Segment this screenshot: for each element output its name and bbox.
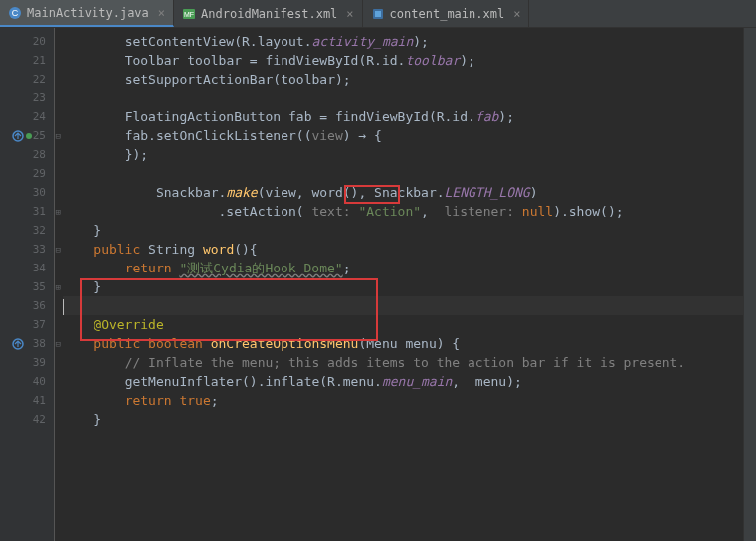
code-line[interactable]: FloatingActionButton fab = findViewById(… [63, 107, 743, 126]
svg-text:C: C [12, 8, 19, 18]
layout-xml-icon [371, 7, 385, 21]
line-number: 39 [0, 353, 54, 372]
tab-content-main[interactable]: content_main.xml × [363, 0, 530, 27]
line-number: 32 [0, 221, 54, 240]
code-line[interactable]: }); [63, 145, 743, 164]
line-number: 37 [0, 315, 54, 334]
override-icon[interactable] [12, 338, 24, 350]
manifest-icon: MF [182, 7, 196, 21]
code-line[interactable]: setSupportActionBar(toolbar); [63, 70, 743, 89]
scrollbar[interactable] [743, 28, 756, 541]
line-number: 35⊞ [0, 277, 54, 296]
line-number: 30 [0, 183, 54, 202]
line-number: 40 [0, 372, 54, 391]
gutter[interactable]: 20 21 22 23 24 25 ⊟ 28 29 30 31⊞ 32 33⊟ … [0, 28, 55, 541]
tabs-bar: C MainActivity.java × MF AndroidManifest… [0, 0, 756, 28]
line-number: 25 ⊟ [0, 126, 54, 145]
code-line[interactable] [63, 164, 743, 183]
line-number: 33⊟ [0, 240, 54, 259]
code-line[interactable]: @Override [63, 315, 743, 334]
line-number: 38 ⊟ [0, 334, 54, 353]
line-number: 21 [0, 51, 54, 70]
code-line[interactable]: return "测试Cydia的Hook Dome"; [63, 259, 743, 277]
code-line[interactable]: .setAction( text: "Action", listener: nu… [63, 202, 743, 221]
tab-main-activity[interactable]: C MainActivity.java × [0, 0, 174, 27]
java-class-icon: C [8, 6, 22, 20]
line-number: 29 [0, 164, 54, 183]
code-line[interactable]: public String word(){ [63, 240, 743, 259]
close-icon[interactable]: × [513, 7, 520, 21]
close-icon[interactable]: × [158, 6, 165, 20]
code-line[interactable]: getMenuInflater().inflate(R.menu.menu_ma… [63, 372, 743, 391]
line-number: 31⊞ [0, 202, 54, 221]
line-number: 24 [0, 107, 54, 126]
tab-label: content_main.xml [390, 7, 505, 21]
code-line[interactable] [63, 89, 743, 107]
line-number: 22 [0, 70, 54, 89]
code-line[interactable]: } [63, 277, 743, 296]
code-line[interactable]: } [63, 410, 743, 429]
run-indicator-icon[interactable] [26, 133, 32, 139]
line-number: 28 [0, 145, 54, 164]
line-number: 23 [0, 89, 54, 107]
editor: 20 21 22 23 24 25 ⊟ 28 29 30 31⊞ 32 33⊟ … [0, 28, 756, 541]
line-number: 20 [0, 32, 54, 51]
line-number: 41 [0, 391, 54, 410]
code-line[interactable] [63, 296, 743, 315]
code-line[interactable]: // Inflate the menu; this adds items to … [63, 353, 743, 372]
caret [63, 299, 64, 315]
code-line[interactable]: return true; [63, 391, 743, 410]
tab-android-manifest[interactable]: MF AndroidManifest.xml × [174, 0, 363, 27]
code-line[interactable]: fab.setOnClickListener((view) → { [63, 126, 743, 145]
code-line[interactable]: public boolean onCreateOptionsMenu(Menu … [63, 334, 743, 353]
code-area[interactable]: setContentView(R.layout.activity_main); … [55, 28, 743, 541]
tab-label: AndroidManifest.xml [201, 7, 337, 21]
line-number: 36 [0, 296, 54, 315]
code-line[interactable]: Snackbar.make(view, word(), Snackbar.LEN… [63, 183, 743, 202]
tab-label: MainActivity.java [27, 6, 149, 20]
override-icon[interactable] [12, 130, 24, 142]
close-icon[interactable]: × [346, 7, 353, 21]
line-number: 34 [0, 259, 54, 277]
svg-rect-5 [375, 11, 381, 17]
line-number: 42 [0, 410, 54, 429]
code-line[interactable]: } [63, 221, 743, 240]
svg-text:MF: MF [184, 11, 194, 18]
code-line[interactable]: setContentView(R.layout.activity_main); [63, 32, 743, 51]
code-line[interactable]: Toolbar toolbar = findViewById(R.id.tool… [63, 51, 743, 70]
